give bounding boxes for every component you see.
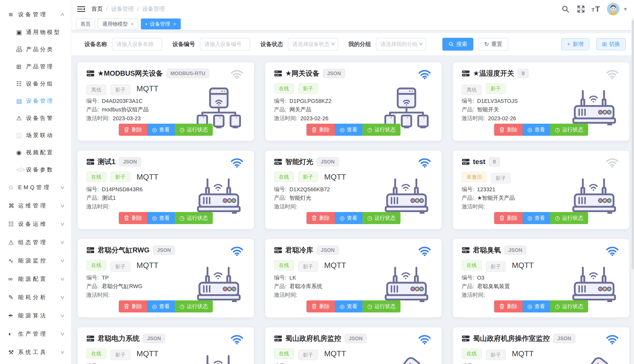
sidebar-item-10[interactable]: ⚙ EMQ管理 ∨ bbox=[0, 178, 71, 196]
energy-algo-pen-icon: ✒ bbox=[8, 312, 18, 319]
sidebar-item-17[interactable]: ✒ 能源算法 ∨ bbox=[0, 306, 71, 325]
tab-2[interactable]: ● 设备管理 × bbox=[141, 18, 181, 30]
chevron-down-icon: ∨ bbox=[60, 184, 65, 190]
device-name-input[interactable] bbox=[112, 38, 162, 50]
gauge-icon: ◷ bbox=[180, 304, 184, 309]
card-header: test 0 bbox=[462, 156, 622, 167]
sidebar-item-8[interactable]: ◉ 视频配置 bbox=[0, 144, 71, 161]
card-header: ★网关设备 JSON bbox=[274, 68, 434, 79]
activated-label: 激活时间: bbox=[274, 291, 297, 299]
sidebar-item-9[interactable]: </> 设备参数 bbox=[0, 161, 71, 178]
sidebar-item-7[interactable]: ◫ 场景联动 bbox=[0, 127, 71, 144]
delete-button[interactable]: 删除 bbox=[119, 300, 147, 312]
my-group-select[interactable] bbox=[376, 38, 426, 50]
run-status-button[interactable]: ◷运行状态 bbox=[550, 300, 588, 312]
sidebar-item-label: 设备参数 bbox=[26, 166, 64, 174]
user-avatar[interactable] bbox=[607, 3, 620, 15]
status-tag: 影子 bbox=[298, 261, 318, 272]
view-button[interactable]: ◎查看 bbox=[522, 300, 550, 312]
delete-button[interactable]: 删除 bbox=[494, 212, 522, 224]
view-button[interactable]: ◎查看 bbox=[147, 124, 175, 136]
close-icon[interactable]: × bbox=[131, 21, 134, 27]
scrollbar[interactable] bbox=[631, 18, 634, 364]
search-icon[interactable] bbox=[560, 4, 570, 14]
card-actions: 删除 ◎查看 ◷运行状态 bbox=[78, 300, 254, 312]
trash-icon bbox=[124, 304, 129, 310]
sidebar-item-14[interactable]: ∿ 能源监控 ∨ bbox=[0, 252, 71, 270]
sidebar-item-15[interactable]: ∞ 能源配置 ∨ bbox=[0, 270, 71, 288]
delete-button[interactable]: 删除 bbox=[306, 212, 335, 224]
activated-value: 2023-03-23 bbox=[113, 115, 141, 122]
run-status-button[interactable]: ◷运行状态 bbox=[175, 300, 213, 312]
breadcrumb-home[interactable]: 首页 bbox=[92, 5, 103, 13]
delete-button[interactable]: 删除 bbox=[119, 124, 147, 136]
delete-button[interactable]: 删除 bbox=[494, 124, 522, 136]
card-header: 君聪臭氧 JSON bbox=[462, 245, 622, 256]
run-status-button[interactable]: ◷运行状态 bbox=[550, 124, 588, 136]
scrollbar-thumb[interactable] bbox=[632, 20, 634, 270]
tab-1[interactable]: ● 通用物模型 × bbox=[98, 18, 138, 30]
delete-button[interactable]: 删除 bbox=[494, 300, 522, 312]
run-status-button[interactable]: ◷运行状态 bbox=[362, 124, 400, 136]
view-button[interactable]: ◎查看 bbox=[335, 124, 362, 136]
run-status-button[interactable]: ◷运行状态 bbox=[175, 124, 213, 136]
chevron-down-icon: ∨ bbox=[60, 221, 65, 227]
sidebar-item-0[interactable]: ≋ 设备管理 ∧ bbox=[0, 5, 71, 24]
search-button[interactable]: 搜索 bbox=[442, 38, 473, 50]
sidebar-item-3[interactable]: ⊞ 产品管理 bbox=[0, 58, 71, 75]
view-button[interactable]: ◎查看 bbox=[522, 212, 550, 224]
caret-down-icon[interactable]: ▾ bbox=[624, 6, 627, 12]
sidebar-item-11[interactable]: ⌘ 运维管理 ∨ bbox=[0, 196, 71, 215]
sidebar-item-16[interactable]: ✎ 能耗分析 ∨ bbox=[0, 288, 71, 306]
add-device-button[interactable]: + 新增 bbox=[561, 38, 589, 50]
energy-config-link-icon: ∞ bbox=[8, 276, 18, 282]
run-status-button[interactable]: ◷运行状态 bbox=[550, 212, 588, 224]
eye-icon: ◎ bbox=[527, 304, 532, 309]
sidebar-item-18[interactable]: ◐ 生产管理 ∨ bbox=[0, 325, 71, 343]
sidebar-item-1[interactable]: ▣ 通用物模型 bbox=[0, 24, 71, 41]
view-button[interactable]: ◎查看 bbox=[335, 300, 362, 312]
delete-button[interactable]: 删除 bbox=[306, 300, 335, 312]
sidebar-item-12[interactable]: ☷ 设备运维 ∨ bbox=[0, 215, 71, 233]
router-illustration bbox=[383, 263, 430, 306]
device-code-input[interactable] bbox=[200, 38, 250, 50]
run-status-button[interactable]: ◷运行状态 bbox=[175, 212, 213, 224]
sidebar-item-label: 生产管理 bbox=[18, 330, 60, 338]
view-button[interactable]: ◎查看 bbox=[335, 212, 362, 224]
view-button[interactable]: ◎查看 bbox=[522, 124, 550, 136]
sidebar-item-13[interactable]: ⚠ 组态管理 ∨ bbox=[0, 233, 71, 252]
topbar: 首页 / 设备管理 / 设备管理 TT bbox=[71, 0, 634, 18]
sidebar-item-19[interactable]: ⚒ 系统工具 ∨ bbox=[0, 343, 71, 361]
sidebar-item-4[interactable]: ☷ 设备分组 bbox=[0, 75, 71, 92]
tab-0[interactable]: ● 首页 bbox=[76, 18, 95, 30]
device-type-badge: 0 bbox=[489, 157, 500, 166]
sidebar-fold-button[interactable] bbox=[76, 4, 86, 14]
fullscreen-icon[interactable] bbox=[576, 4, 586, 14]
reset-button[interactable]: ↻ 重置 bbox=[478, 38, 508, 50]
sidebar-item-label: 通用物模型 bbox=[26, 28, 64, 36]
run-status-button[interactable]: ◷运行状态 bbox=[362, 212, 400, 224]
sidebar-item-2[interactable]: 品 产品分类 bbox=[0, 41, 71, 58]
delete-button[interactable]: 删除 bbox=[119, 212, 147, 224]
view-button[interactable]: ◎查看 bbox=[147, 212, 175, 224]
eye-icon: ◎ bbox=[527, 215, 532, 221]
switch-view-button[interactable]: ⊞ 切换 bbox=[596, 38, 626, 50]
device-name-field bbox=[112, 38, 162, 50]
font-size-icon[interactable]: TT bbox=[592, 4, 601, 14]
status-tag: 影子 bbox=[486, 261, 506, 272]
device-ops-server-icon: ☷ bbox=[8, 220, 18, 228]
delete-button[interactable]: 删除 bbox=[306, 124, 335, 136]
breadcrumb-item[interactable]: 设备管理 bbox=[111, 5, 134, 13]
view-button[interactable]: ◎查看 bbox=[147, 300, 175, 312]
gauge-icon: ◷ bbox=[555, 304, 560, 309]
breadcrumb-item[interactable]: 设备管理 bbox=[142, 5, 165, 13]
wifi-online-icon bbox=[418, 158, 431, 168]
tab-bar: ● 首页 ● 通用物模型 × ● 设备管理 × bbox=[71, 18, 634, 30]
device-status-select[interactable] bbox=[288, 38, 338, 50]
emq-gear-icon: ⚙ bbox=[8, 184, 18, 191]
sidebar-item-5[interactable]: ▤ 设备管理 bbox=[0, 92, 71, 110]
camera-illustration bbox=[570, 352, 618, 364]
run-status-button[interactable]: ◷运行状态 bbox=[362, 300, 400, 312]
sidebar-item-6[interactable]: ⚠ 设备告警 bbox=[0, 110, 71, 127]
close-icon[interactable]: × bbox=[173, 21, 176, 27]
